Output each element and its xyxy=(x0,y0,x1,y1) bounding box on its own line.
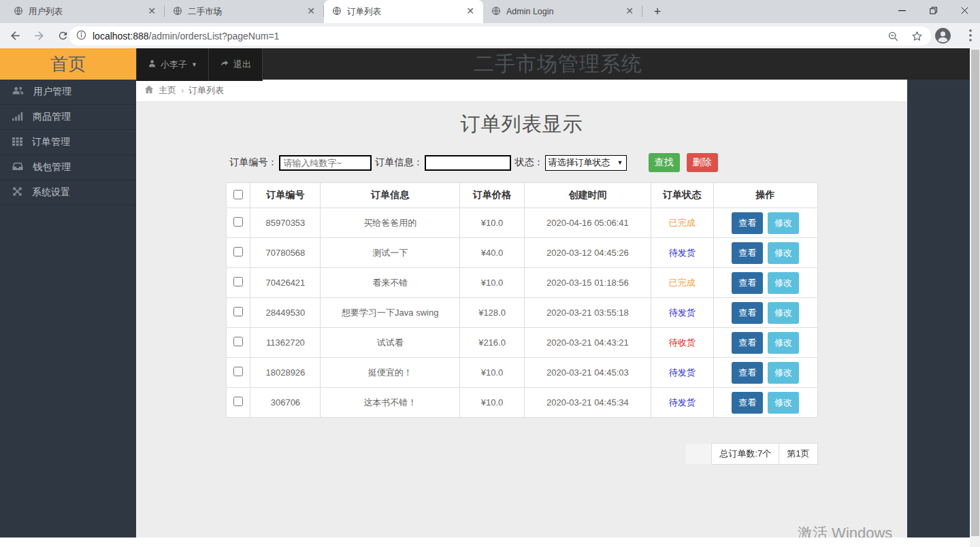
order-no-input[interactable] xyxy=(279,155,372,171)
app-navbar: 二手市场管理系统 首页 小李子 ▼ 退出 xyxy=(0,48,980,80)
order-info-cell: 试试看 xyxy=(321,328,460,358)
row-checkbox[interactable] xyxy=(233,367,243,376)
view-button[interactable]: 查看 xyxy=(732,302,763,324)
select-all-checkbox[interactable] xyxy=(233,190,243,199)
sidebar-item-product-management[interactable]: 商品管理 xyxy=(0,105,136,130)
browser-tab-orders-list-active[interactable]: 订单列表 ✕ xyxy=(324,0,483,23)
edit-button[interactable]: 修改 xyxy=(768,212,799,234)
edit-button[interactable]: 修改 xyxy=(768,392,799,414)
view-button[interactable]: 查看 xyxy=(732,362,763,384)
window-minimize-button[interactable] xyxy=(886,0,917,20)
grid-icon xyxy=(12,137,22,148)
edit-button[interactable]: 修改 xyxy=(768,302,799,324)
row-checkbox[interactable] xyxy=(233,277,243,286)
sidebar-item-label: 系统设置 xyxy=(32,186,70,199)
new-tab-button[interactable]: + xyxy=(648,2,667,21)
browser-menu-icon[interactable] xyxy=(969,29,972,44)
status-badge: 待发货 xyxy=(651,388,713,418)
status-select[interactable]: 请选择订单状态 ▼ xyxy=(545,155,627,171)
window-restore-button[interactable] xyxy=(917,0,949,20)
order-info-cell: 这本书不错！ xyxy=(321,388,460,418)
sidebar-item-user-management[interactable]: 用户管理 xyxy=(0,80,136,105)
edit-button[interactable]: 修改 xyxy=(768,242,799,264)
arrows-icon xyxy=(12,186,22,199)
window-close-button[interactable] xyxy=(949,0,980,20)
logout-button[interactable]: 退出 xyxy=(209,48,263,81)
order-info-cell: 想要学习一下Java swing xyxy=(321,298,460,328)
zoom-out-icon[interactable] xyxy=(884,27,902,45)
username: 小李子 xyxy=(161,59,187,71)
tab-close-icon[interactable]: ✕ xyxy=(623,5,636,18)
main-content: 主页 › 订单列表 订单列表显示 订单编号： 订单信息： 状态： 请选择订单状态… xyxy=(136,80,907,537)
globe-favicon-icon xyxy=(14,6,23,18)
status-badge: 已完成 xyxy=(651,208,713,238)
select-caret-icon: ▼ xyxy=(617,159,623,166)
orders-table: 订单编号 订单信息 订单价格 创建时间 订单状态 操作 85970353 买给爸… xyxy=(226,182,818,418)
browser-tab-admin-login[interactable]: Admin Login ✕ xyxy=(483,0,642,23)
order-time-cell: 2020-03-21 04:45:03 xyxy=(525,358,651,388)
pagination-current-page[interactable]: 第1页 xyxy=(779,443,817,465)
home-brand-button[interactable]: 首页 xyxy=(0,48,136,80)
page-scrollbar[interactable] xyxy=(970,48,980,547)
order-price-cell: ¥10.0 xyxy=(460,358,525,388)
activate-windows-watermark: 激活 Windows xyxy=(798,523,892,537)
chevron-right-icon: › xyxy=(181,86,184,95)
status-badge: 已完成 xyxy=(651,268,713,298)
browser-tab-market[interactable]: 二手市场 ✕ xyxy=(165,0,324,23)
back-icon[interactable] xyxy=(6,27,24,45)
edit-button[interactable]: 修改 xyxy=(768,272,799,294)
tab-close-icon[interactable]: ✕ xyxy=(305,5,317,18)
sidebar-item-order-management[interactable]: 订单管理 xyxy=(0,130,136,155)
breadcrumb-home-link[interactable]: 主页 xyxy=(159,84,176,97)
pagination: 总订单数:7个 第1页 xyxy=(226,443,818,465)
column-header-order-price: 订单价格 xyxy=(460,183,525,208)
view-button[interactable]: 查看 xyxy=(732,242,763,264)
table-row: 18028926 挺便宜的！ ¥10.0 2020-03-21 04:45:03… xyxy=(226,358,817,388)
chevron-down-icon: ▼ xyxy=(191,61,197,68)
order-time-cell: 2020-03-21 04:45:34 xyxy=(525,388,651,418)
tab-title: Admin Login xyxy=(506,7,618,16)
page-info-icon[interactable] xyxy=(76,30,86,43)
user-menu: 小李子 ▼ 退出 xyxy=(136,48,263,81)
browser-tab-user-list[interactable]: 用户列表 ✕ xyxy=(5,0,165,23)
status-select-value: 请选择订单状态 xyxy=(549,156,610,169)
sidebar-item-system-settings[interactable]: 系统设置 xyxy=(0,180,136,205)
row-checkbox[interactable] xyxy=(233,337,243,346)
status-badge: 待收货 xyxy=(651,328,713,358)
tab-close-icon[interactable]: ✕ xyxy=(464,5,476,18)
tab-close-icon[interactable]: ✕ xyxy=(146,5,158,18)
address-bar[interactable]: localhost:888/admin/ordersList?pageNum=1 xyxy=(69,27,931,46)
column-header-actions: 操作 xyxy=(713,183,817,208)
forward-icon[interactable] xyxy=(30,27,48,45)
order-info-cell: 挺便宜的！ xyxy=(321,358,460,388)
system-title: 二手市场管理系统 xyxy=(136,48,980,80)
order-id-cell: 18028926 xyxy=(250,358,321,388)
scrollbar-thumb[interactable] xyxy=(971,50,979,536)
row-checkbox[interactable] xyxy=(233,307,243,316)
column-header-order-id: 订单编号 xyxy=(250,183,321,208)
order-price-cell: ¥10.0 xyxy=(460,388,525,418)
user-dropdown[interactable]: 小李子 ▼ xyxy=(136,48,209,81)
order-id-cell: 306706 xyxy=(250,388,321,418)
view-button[interactable]: 查看 xyxy=(732,272,763,294)
bookmark-star-icon[interactable] xyxy=(908,27,926,45)
search-button[interactable]: 查找 xyxy=(649,153,680,172)
tab-title: 用户列表 xyxy=(29,6,140,18)
url-text[interactable]: localhost:888/admin/ordersList?pageNum=1 xyxy=(93,31,878,42)
row-checkbox[interactable] xyxy=(233,247,243,256)
sidebar-item-wallet-management[interactable]: 钱包管理 xyxy=(0,155,136,180)
view-button[interactable]: 查看 xyxy=(732,392,763,414)
pagination-item-empty[interactable] xyxy=(685,443,712,465)
view-button[interactable]: 查看 xyxy=(732,332,763,354)
edit-button[interactable]: 修改 xyxy=(768,362,799,384)
profile-avatar-icon[interactable] xyxy=(934,27,951,47)
table-row: 85970353 买给爸爸用的 ¥10.0 2020-04-16 05:06:4… xyxy=(226,208,817,238)
row-checkbox[interactable] xyxy=(233,397,243,406)
view-button[interactable]: 查看 xyxy=(732,212,763,234)
page-title: 订单列表显示 xyxy=(136,111,907,138)
row-checkbox[interactable] xyxy=(233,217,243,227)
edit-button[interactable]: 修改 xyxy=(768,332,799,354)
order-info-cell: 看来不错 xyxy=(321,268,460,298)
order-info-input[interactable] xyxy=(425,155,511,171)
delete-button[interactable]: 删除 xyxy=(687,153,718,172)
